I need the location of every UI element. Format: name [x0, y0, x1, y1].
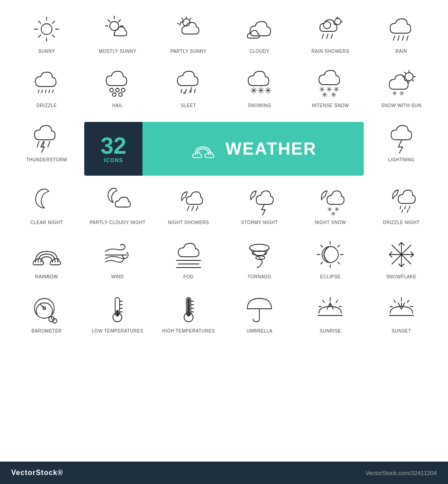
rain-showers-icon: [314, 13, 346, 45]
rainbow-label: RAINBOW: [35, 274, 58, 280]
svg-line-94: [321, 262, 323, 264]
svg-line-65: [37, 142, 39, 147]
cloudy-icon: [244, 13, 275, 45]
low-temperatures-label: LOW TEMPERATURES: [92, 328, 143, 334]
svg-point-41: [119, 93, 122, 96]
svg-text:✳: ✳: [392, 90, 397, 97]
snowflake-label: SNOWFLAKE: [386, 274, 416, 280]
snowflake-icon: [386, 239, 417, 270]
icon-cell-thunderstorm: THUNDERSTORM: [13, 117, 80, 176]
tornado-icon: [244, 239, 275, 270]
wind-label: WIND: [111, 274, 124, 280]
drizzle-icon: [31, 68, 62, 99]
stormy-night-label: STORMY NIGHT: [241, 220, 278, 225]
svg-line-129: [323, 300, 324, 302]
lightning-label: LIGHTNING: [388, 157, 414, 163]
icon-cell-sunny: SUNNY: [13, 9, 80, 59]
svg-text:✳: ✳: [331, 91, 336, 99]
svg-line-34: [45, 90, 46, 93]
svg-rect-119: [116, 310, 119, 316]
icon-cell-snowflake: SNOWFLAKE: [368, 234, 435, 284]
icon-cell-cloudy: CLOUDY: [226, 9, 293, 59]
icon-cell-tornado: TORNADO: [226, 234, 293, 284]
svg-point-9: [110, 22, 119, 30]
tornado-label: TORNADO: [247, 274, 271, 280]
stormy-night-icon: [244, 185, 275, 216]
partly-cloudy-night-icon: [102, 185, 133, 216]
banner-cell: 32 ICONS WEATHER: [84, 122, 363, 176]
svg-line-33: [42, 90, 43, 93]
svg-line-35: [49, 90, 50, 93]
svg-line-42: [181, 89, 182, 93]
svg-line-100: [401, 242, 404, 245]
svg-line-78: [407, 210, 408, 212]
night-showers-icon: [173, 185, 204, 216]
barometer-icon: [31, 293, 62, 324]
icon-cell-low-temperatures: LOW TEMPERATURES: [84, 289, 151, 338]
sunrise-icon: [314, 293, 346, 324]
svg-line-27: [331, 34, 332, 39]
icon-cell-lightning: LIGHTNING: [368, 117, 435, 176]
rain-label: RAIN: [396, 48, 407, 54]
sunset-icon: [386, 293, 417, 324]
svg-line-28: [393, 36, 395, 40]
svg-line-99: [399, 242, 401, 245]
icon-cell-eclipse: ECLIPSE: [297, 234, 363, 284]
svg-line-130: [336, 300, 338, 302]
sunset-label: SUNSET: [392, 328, 411, 334]
wind-icon: [102, 239, 133, 270]
svg-line-105: [411, 252, 414, 255]
icon-cell-clear-night: CLEAR NIGHT: [13, 180, 80, 230]
icon-cell-rainbow: RAINBOW: [13, 234, 80, 284]
icon-cell-snow-with-sun: ✳ ✳ SNOW WITH SUN: [368, 63, 435, 113]
svg-line-101: [399, 264, 401, 267]
svg-point-56: [405, 73, 413, 81]
svg-line-67: [48, 142, 50, 147]
thunderstorm-label: THUNDERSTORM: [26, 157, 67, 163]
svg-text:✳: ✳: [331, 210, 336, 216]
umbrella-label: UMBRELLA: [246, 328, 272, 334]
mostly-sunny-label: MOSTLY SUNNY: [99, 48, 137, 54]
rain-showers-label: RAIN SHOWERS: [311, 48, 349, 54]
svg-line-104: [389, 255, 392, 257]
icon-cell-hail: HAIL: [84, 63, 151, 113]
svg-line-103: [389, 252, 392, 255]
sleet-icon: * *: [173, 68, 204, 99]
cloudy-label: CLOUDY: [250, 48, 270, 54]
snowing-icon: ✳ ✳ ✳: [244, 68, 275, 99]
svg-line-137: [407, 300, 409, 302]
banner-icons-label: ICONS: [104, 157, 123, 164]
svg-line-7: [52, 21, 55, 23]
svg-line-30: [402, 36, 404, 40]
umbrella-icon: [244, 293, 275, 324]
svg-line-5: [39, 21, 41, 23]
svg-line-106: [411, 255, 414, 257]
svg-line-69: [192, 206, 194, 211]
svg-line-93: [338, 245, 340, 247]
partly-sunny-label: PARTLY SUNNY: [170, 48, 207, 54]
night-snow-label: NIGHT SNOW: [315, 220, 346, 225]
mostly-sunny-icon: [102, 13, 133, 45]
svg-line-36: [52, 90, 53, 93]
svg-line-62: [412, 80, 414, 81]
icon-cell-sunrise: SUNRISE: [297, 289, 363, 338]
icon-cell-sleet: * * SLEET: [155, 63, 222, 113]
svg-line-136: [394, 300, 396, 302]
rainbow-icon: [31, 239, 62, 270]
svg-text:*: *: [183, 90, 186, 99]
svg-text:✳: ✳: [264, 86, 272, 95]
banner-right: WEATHER: [142, 122, 363, 176]
icon-cell-wind: WIND: [84, 234, 151, 284]
banner-weather-icon: [190, 135, 216, 162]
svg-point-0: [41, 24, 52, 35]
banner-weather-label: WEATHER: [225, 139, 316, 159]
icon-cell-barometer: BAROMETER: [13, 289, 80, 338]
svg-rect-126: [187, 298, 190, 316]
svg-point-24: [335, 18, 341, 25]
svg-line-13: [118, 20, 121, 22]
partly-sunny-icon: [173, 13, 204, 45]
svg-point-83: [250, 244, 269, 251]
icon-cell-night-snow: ✳ ✳ ✳ NIGHT SNOW: [297, 180, 363, 230]
footer: VectorStock® VectorStock.com/32411204: [0, 462, 448, 484]
fog-icon: [173, 239, 204, 270]
